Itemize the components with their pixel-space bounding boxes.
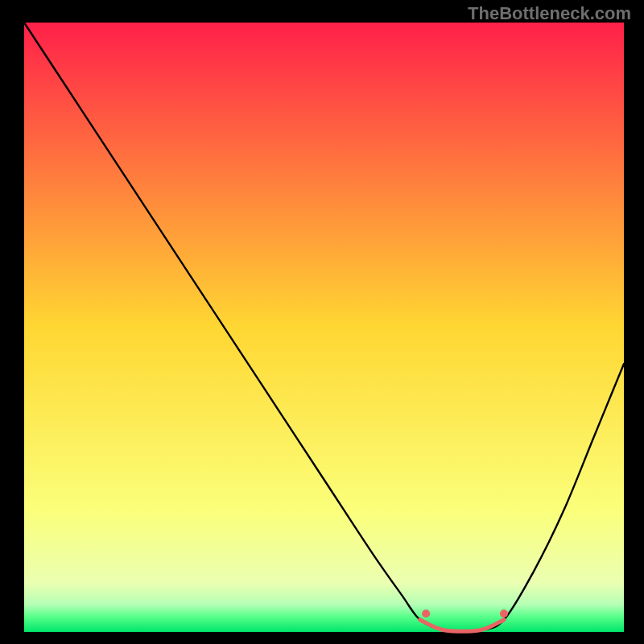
watermark-text: TheBottleneck.com [468,3,631,24]
optimal-start-marker [422,609,430,617]
chart-container: TheBottleneck.com [0,0,644,644]
optimal-end-marker [500,609,508,617]
gradient-background [24,23,624,632]
bottleneck-chart [0,0,644,644]
